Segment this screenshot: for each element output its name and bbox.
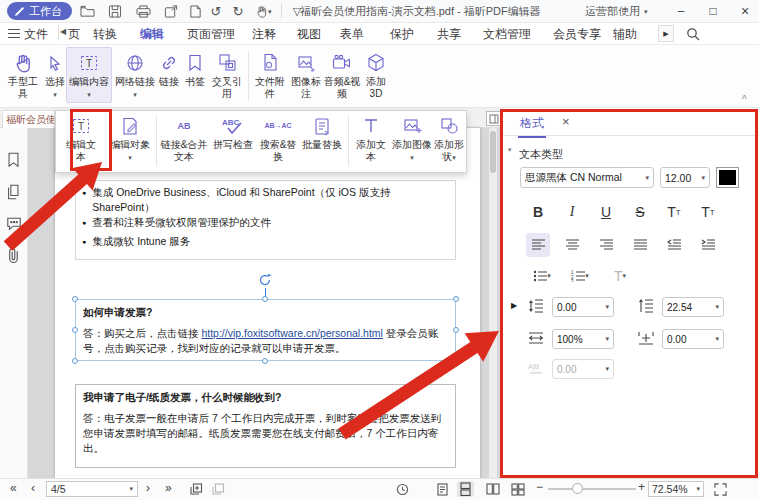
zoom-in-button[interactable]: + [638,480,645,494]
selection-handle[interactable] [262,296,268,302]
new-page-icon[interactable] [186,3,204,20]
selection-handle[interactable] [72,296,78,302]
audio-video-button[interactable]: 音频&视频 [323,49,361,100]
tab-pages[interactable]: 页面管理 [187,26,235,43]
image-annot-button[interactable]: 图像标注 [288,49,324,100]
numbered-list-button[interactable]: 123▾ [564,264,596,288]
horizontal-scale-select[interactable]: 100%▾ [552,329,614,349]
text-type-section-header[interactable]: 文本类型 [519,147,563,162]
undo-icon[interactable]: ↺ [207,3,225,20]
tab-docmgmt[interactable]: 文档管理 [483,26,531,43]
bookmarks-panel-icon[interactable] [6,152,23,169]
fullscreen-icon[interactable] [712,481,729,497]
zoom-level-select[interactable]: 72.54% ▾ [648,481,704,497]
print-icon[interactable] [134,3,152,20]
rotate-view-icon[interactable] [394,481,411,497]
hand-tool-button[interactable]: 手型工具 [6,49,40,100]
weblink-button[interactable]: 网络链接▾ [114,49,156,101]
next-view-icon[interactable] [210,481,227,497]
add-3d-button[interactable]: 添加3D [360,49,392,100]
add-image-button[interactable]: 添加图像▾ [392,113,432,164]
subscript-button[interactable]: TT [696,200,720,224]
select-button[interactable]: 选择▾ [42,49,68,101]
align-justify-button[interactable] [628,233,652,257]
tab-assist[interactable]: 辅助 [613,26,637,43]
tab-edit[interactable]: 编辑 [140,26,164,43]
char-spacing-select[interactable]: 0.00▾ [662,329,724,349]
word-spacing-select[interactable]: 0.00▾ [552,359,614,379]
tab-share[interactable]: 共享 [437,26,461,43]
font-family-select[interactable]: 思源黑体 CN Normal ▾ [520,167,654,188]
save-icon[interactable] [106,3,124,20]
format-tab-close-icon[interactable]: × [562,114,570,129]
bookmark-button[interactable]: 书签 [182,49,208,88]
redo-icon[interactable]: ↻ [229,3,247,20]
panel-toggle-icon[interactable] [486,111,501,126]
prev-page-button[interactable]: ‹ [31,481,35,495]
bullet-list-button[interactable]: ▾ [526,264,558,288]
align-right-button[interactable] [594,233,618,257]
workspace-button[interactable]: 工作台 [7,2,72,20]
tab-convert[interactable]: 转换 [93,26,117,43]
selection-handle[interactable] [72,327,78,333]
crossref-button[interactable]: 交叉引用 [209,49,245,100]
first-page-button[interactable]: « [10,481,17,495]
tab-protect[interactable]: 保护 [390,26,414,43]
text-style-button[interactable]: T▾ [604,264,636,288]
bold-button[interactable]: B [526,200,550,224]
zoom-slider-thumb[interactable] [572,483,583,494]
indent-decrease-button[interactable] [662,233,686,257]
tab-comment[interactable]: 注释 [252,26,276,43]
text-box[interactable]: 我申请了电子/纸质发票，什么时候能收到? 答：电子发票一般在申请后 7 个工作日… [75,384,456,468]
add-text-button[interactable]: 添加文本 [352,113,390,163]
export-icon[interactable] [162,3,180,20]
font-color-swatch[interactable] [716,167,739,188]
more-tabs-button[interactable]: ▶ [658,25,674,42]
section-collapse-icon[interactable]: ▾ [508,146,512,154]
menu-file[interactable]: 文件 [24,26,48,43]
link-button[interactable]: 链接 [155,49,183,88]
page-number-select[interactable]: 4/5 ▾ [46,481,138,497]
scrollbar-thumb[interactable] [490,131,496,173]
selection-handle[interactable] [72,358,78,364]
selection-handle[interactable] [453,296,459,302]
paragraph-spacing-select[interactable]: 22.54▾ [662,297,724,317]
zoom-out-button[interactable]: − [536,480,543,494]
selection-handle[interactable] [262,358,268,364]
next-page-button[interactable]: › [146,481,150,495]
ribbon-collapse-icon[interactable]: ^ [742,94,747,105]
line-spacing-select[interactable]: 0.00▾ [552,297,614,317]
quad-view-icon[interactable] [509,481,526,497]
superscript-button[interactable]: TT [662,200,686,224]
font-size-select[interactable]: 12.00 ▾ [660,167,710,188]
format-panel-expand-icon[interactable]: ▶ [511,301,517,310]
maximize-button[interactable]: □ [698,0,728,22]
selection-handle[interactable] [453,327,459,333]
spell-check-button[interactable]: ABC 拼写检查 [212,113,254,151]
format-tab[interactable]: 格式 [518,115,546,138]
document-scrollbar[interactable] [489,128,497,478]
search-replace-button[interactable]: AB→AC 搜索&替换 [256,113,300,163]
search-icon[interactable] [686,27,700,41]
open-folder-icon[interactable] [78,3,96,20]
bullet-list-box[interactable]: ●集成 OneDrive Business、iCloud 和 SharePoin… [75,180,456,260]
align-center-button[interactable] [560,233,584,257]
italic-button[interactable]: I [560,200,584,224]
minimize-button[interactable]: – [666,0,696,22]
edit-text-button[interactable]: T 编辑文本 [63,113,99,163]
rotate-handle-icon[interactable] [257,272,273,288]
align-left-button[interactable] [526,233,550,257]
tab-scroll-left-icon[interactable]: ◀ [60,27,66,36]
batch-replace-button[interactable]: 批量替换 [302,113,342,151]
hand-mode-caret[interactable]: ▾ [268,8,272,16]
selected-text-box[interactable]: 如何申请发票? 答：购买之后，点击链接 http://vip.foxitsoft… [75,299,456,361]
strikethrough-button[interactable]: S [628,200,652,224]
invoice-link[interactable]: http://vip.foxitsoftware.cn/personal.htm… [201,327,383,339]
pages-panel-icon[interactable] [6,184,23,201]
selection-handle[interactable] [453,358,459,364]
attachments-panel-icon[interactable] [6,247,23,264]
file-attach-button[interactable]: 文件附件 [252,49,288,100]
edit-content-button[interactable]: T 编辑内容▾ [66,47,112,103]
edit-object-button[interactable]: 编辑对象▾ [110,113,150,164]
continuous-view-icon[interactable] [457,481,474,497]
